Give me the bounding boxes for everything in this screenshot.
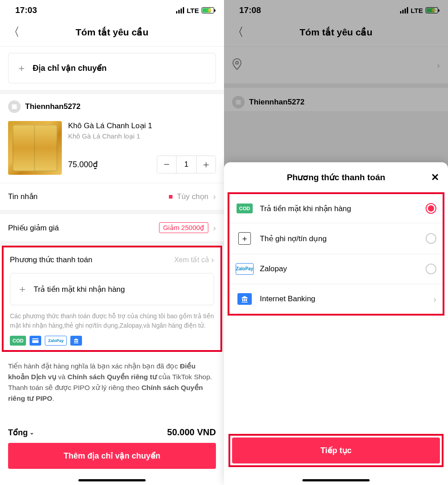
payment-option-label: Trả tiền mặt khi nhận hàng — [34, 285, 125, 294]
page-title: Tóm tắt yêu cầu — [232, 27, 440, 38]
privacy-policy-link[interactable]: Chính sách Quyền riêng tư — [68, 373, 157, 381]
qty-plus-button[interactable]: ＋ — [197, 156, 215, 173]
coupon-row[interactable]: Phiếu giảm giá Giảm 25000₫ › — [0, 214, 224, 241]
radio-unselected-icon[interactable] — [426, 233, 436, 244]
payment-method-header: Phương thức thanh toán — [10, 255, 92, 264]
message-label: Tin nhắn — [8, 192, 38, 201]
payment-option-card[interactable]: ＋ Thẻ ghi nợ/tín dụng — [229, 223, 443, 254]
shop-name: Thiennhan5272 — [249, 98, 305, 107]
chevron-right-icon: › — [433, 294, 436, 304]
battery-icon: ⚡ — [202, 7, 214, 13]
radio-selected-icon[interactable] — [426, 203, 436, 214]
payment-option-zalopay[interactable]: ZaloPay Zalopay — [229, 254, 443, 284]
status-bar: 17:03 LTE ⚡ — [0, 0, 224, 17]
status-time: 17:03 — [15, 5, 37, 15]
view-all-payment-link[interactable]: Xem tất cả › — [174, 255, 214, 265]
add-address-cta-button[interactable]: Thêm địa chỉ vận chuyển — [8, 443, 216, 469]
bank-badge-icon — [70, 336, 82, 346]
option-label: Thẻ ghi nợ/tín dụng — [260, 234, 327, 243]
network-label: LTE — [187, 7, 199, 14]
payment-icons-row: COD ZaloPay — [4, 332, 220, 347]
payment-options-highlight-box: COD Trả tiền mặt khi nhận hàng ＋ Thẻ ghi… — [228, 192, 444, 316]
back-button: 〈 — [232, 24, 246, 40]
chevron-down-icon: ⌄ — [30, 429, 34, 436]
card-badge-icon — [30, 336, 41, 346]
location-pin-icon — [232, 58, 242, 72]
payment-note: Các phương thức thanh toán được hỗ trợ c… — [4, 310, 220, 332]
payment-method-highlight-box: Phương thức thanh toán Xem tất cả › ＋ Tr… — [2, 246, 222, 352]
product-row: Khô Gà Lá Chanh Loại 1 Khô Gà Lá Chanh l… — [0, 119, 224, 183]
network-label: LTE — [411, 7, 423, 14]
sheet-title: Phương thức thanh toán — [287, 172, 385, 182]
product-subtitle: Khô Gà Lá Chanh loại 1 — [68, 132, 216, 140]
page-title: Tóm tắt yêu cầu — [8, 27, 216, 38]
option-label: Trả tiền mặt khi nhận hàng — [260, 204, 351, 213]
nav-header: 〈 Tóm tắt yêu cầu — [0, 17, 224, 47]
payment-cod-option[interactable]: ＋ Trả tiền mặt khi nhận hàng — [10, 273, 214, 305]
home-indicator[interactable] — [302, 479, 370, 481]
plus-icon: ＋ — [17, 284, 27, 294]
product-price: 75.000₫ — [68, 160, 98, 169]
payment-option-internet-banking[interactable]: Internet Banking › — [229, 284, 443, 314]
qty-minus-button[interactable]: − — [157, 156, 176, 173]
option-label: Internet Banking — [260, 294, 315, 303]
chevron-right-icon: › — [213, 223, 216, 233]
quantity-stepper: − 1 ＋ — [157, 156, 216, 173]
zalopay-badge-icon: ZaloPay — [45, 336, 67, 346]
payment-option-cod[interactable]: COD Trả tiền mặt khi nhận hàng — [229, 194, 443, 223]
status-bar: 17:08 LTE ⚡ — [224, 0, 448, 17]
coupon-label: Phiếu giảm giá — [8, 223, 59, 233]
shop-row-bg: Thiennhan5272 — [224, 88, 448, 111]
continue-button-highlight-box: Tiếp tục — [228, 434, 444, 467]
shop-row[interactable]: Thiennhan5272 — [0, 94, 224, 119]
status-time: 17:08 — [239, 5, 261, 15]
discount-badge: Giảm 25000₫ — [159, 222, 208, 233]
qty-value: 1 — [176, 156, 197, 173]
svg-point-3 — [236, 61, 238, 64]
home-indicator[interactable] — [78, 479, 146, 481]
option-label: Zalopay — [260, 264, 287, 273]
svg-rect-1 — [32, 338, 39, 343]
signal-icon — [400, 7, 408, 13]
shop-icon — [232, 96, 245, 108]
cod-badge-icon: COD — [10, 336, 26, 346]
chevron-right-icon: › — [437, 60, 440, 70]
shop-name: Thiennhan5272 — [25, 102, 81, 111]
shop-icon — [8, 100, 21, 113]
checkout-footer: Tổng ⌄ 50.000 VND Thêm địa chỉ vận chuyể… — [0, 419, 224, 485]
svg-rect-4 — [236, 101, 241, 104]
add-shipping-address-row[interactable]: ＋ Địa chỉ vận chuyển — [8, 53, 216, 83]
chevron-right-icon: › — [211, 255, 214, 265]
zalopay-badge-icon: ZaloPay — [236, 263, 254, 275]
terms-text: Tiến hành đặt hàng nghĩa là bạn xác nhận… — [0, 352, 224, 413]
svg-rect-0 — [12, 105, 17, 109]
svg-rect-2 — [32, 339, 39, 340]
chevron-right-icon: › — [213, 191, 216, 202]
close-button[interactable]: ✕ — [431, 172, 439, 183]
notification-dot-icon — [169, 195, 172, 199]
bank-badge-icon — [237, 293, 252, 305]
signal-icon — [176, 7, 184, 13]
radio-unselected-icon[interactable] — [426, 264, 436, 274]
message-row[interactable]: Tin nhắn Tùy chọn › — [0, 183, 224, 210]
product-title: Khô Gà Lá Chanh Loại 1 — [68, 121, 216, 130]
battery-icon: ⚡ — [426, 7, 438, 13]
plus-icon: ＋ — [238, 232, 251, 245]
product-image[interactable] — [8, 121, 62, 175]
continue-button[interactable]: Tiếp tục — [232, 437, 440, 463]
status-indicators: LTE ⚡ — [400, 7, 438, 14]
status-indicators: LTE ⚡ — [176, 7, 214, 14]
cod-badge-icon: COD — [237, 204, 253, 213]
address-label: Địa chỉ vận chuyển — [33, 63, 107, 73]
total-value: 50.000 VND — [167, 427, 216, 437]
address-row-bg: › — [224, 47, 448, 83]
nav-header: 〈 Tóm tắt yêu cầu — [224, 17, 448, 47]
total-label[interactable]: Tổng ⌄ — [8, 428, 34, 437]
payment-method-sheet: Phương thức thanh toán ✕ COD Trả tiền mặ… — [224, 162, 448, 485]
message-option: Tùy chọn — [177, 192, 208, 201]
plus-icon: ＋ — [17, 63, 26, 73]
